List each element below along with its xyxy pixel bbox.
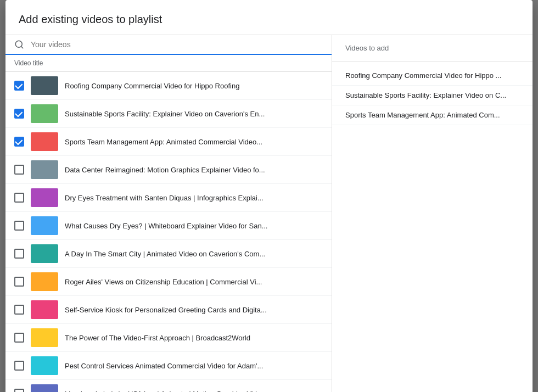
- column-header: Video title: [5, 55, 332, 72]
- video-thumbnail: [31, 188, 58, 207]
- right-panel-header: Videos to add: [332, 35, 533, 61]
- video-checkbox[interactable]: [14, 305, 24, 315]
- added-video-item: Roofing Company Commercial Video for Hip…: [332, 66, 533, 86]
- video-row[interactable]: Data Center Reimagined: Motion Graphics …: [5, 156, 332, 184]
- video-checkbox[interactable]: [14, 249, 24, 259]
- add-videos-dialog: Add existing videos to playlist Video ti…: [5, 0, 533, 392]
- video-checkbox[interactable]: [14, 221, 24, 231]
- video-row[interactable]: What Causes Dry Eyes? | Whiteboard Expla…: [5, 212, 332, 240]
- video-row[interactable]: Pest Control Services Animated Commercia…: [5, 352, 332, 380]
- video-checkbox[interactable]: [14, 333, 24, 343]
- video-list: Roofing Company Commercial Video for Hip…: [5, 72, 332, 392]
- video-title: The Power of The Video-First Approach | …: [65, 334, 323, 342]
- video-thumbnail: [31, 300, 58, 319]
- video-checkbox[interactable]: [14, 277, 24, 287]
- video-thumbnail: [31, 216, 58, 235]
- video-row[interactable]: Linerless Labels by US1 Inc. | Animated …: [5, 380, 332, 392]
- video-title: What Causes Dry Eyes? | Whiteboard Expla…: [65, 222, 323, 230]
- video-thumbnail: [31, 272, 58, 291]
- added-video-item: Sustainable Sports Facility: Explainer V…: [332, 86, 533, 105]
- dialog-title: Add existing videos to playlist: [19, 13, 519, 26]
- video-title: Data Center Reimagined: Motion Graphics …: [65, 166, 323, 174]
- video-row[interactable]: Roger Ailes' Views on Citizenship Educat…: [5, 268, 332, 296]
- search-icon: [14, 40, 24, 49]
- video-thumbnail: [31, 384, 58, 392]
- video-checkbox[interactable]: [14, 137, 24, 147]
- video-title: Roger Ailes' Views on Citizenship Educat…: [65, 278, 323, 286]
- video-title: Self-Service Kiosk for Personalized Gree…: [65, 306, 323, 314]
- video-title: A Day In The Smart City | Animated Video…: [65, 250, 323, 258]
- video-title: Sustainable Sports Facility: Explainer V…: [65, 110, 323, 118]
- video-thumbnail: [31, 328, 58, 347]
- video-title: Dry Eyes Treatment with Santen Diquas | …: [65, 194, 323, 202]
- video-title: Sports Team Management App: Animated Com…: [65, 138, 323, 146]
- dialog-header: Add existing videos to playlist: [5, 0, 533, 35]
- video-row[interactable]: Dry Eyes Treatment with Santen Diquas | …: [5, 184, 332, 212]
- video-row[interactable]: Sustainable Sports Facility: Explainer V…: [5, 100, 332, 128]
- video-row[interactable]: The Power of The Video-First Approach | …: [5, 324, 332, 352]
- video-thumbnail: [31, 132, 58, 151]
- video-checkbox[interactable]: [14, 109, 24, 119]
- search-input[interactable]: [31, 40, 323, 49]
- left-panel: Video title Roofing Company Commercial V…: [5, 35, 332, 392]
- video-row[interactable]: A Day In The Smart City | Animated Video…: [5, 240, 332, 268]
- video-row[interactable]: Roofing Company Commercial Video for Hip…: [5, 72, 332, 100]
- video-checkbox[interactable]: [14, 193, 24, 203]
- video-title: Linerless Labels by US1 Inc. | Animated …: [65, 390, 323, 393]
- video-thumbnail: [31, 356, 58, 375]
- video-thumbnail: [31, 76, 58, 95]
- video-row[interactable]: Sports Team Management App: Animated Com…: [5, 128, 332, 156]
- video-title: Roofing Company Commercial Video for Hip…: [65, 82, 323, 90]
- svg-line-1: [21, 46, 23, 48]
- video-checkbox[interactable]: [14, 361, 24, 371]
- video-title: Pest Control Services Animated Commercia…: [65, 362, 323, 370]
- added-list: Roofing Company Commercial Video for Hip…: [332, 61, 533, 392]
- video-thumbnail: [31, 160, 58, 179]
- video-thumbnail: [31, 244, 58, 263]
- video-checkbox[interactable]: [14, 389, 24, 392]
- dialog-body: Video title Roofing Company Commercial V…: [5, 35, 533, 392]
- video-row[interactable]: Self-Service Kiosk for Personalized Gree…: [5, 296, 332, 324]
- right-panel: Videos to add Roofing Company Commercial…: [332, 35, 533, 392]
- video-checkbox[interactable]: [14, 165, 24, 175]
- search-bar: [5, 35, 332, 55]
- video-checkbox[interactable]: [14, 81, 24, 91]
- added-video-item: Sports Team Management App: Animated Com…: [332, 105, 533, 125]
- video-thumbnail: [31, 104, 58, 123]
